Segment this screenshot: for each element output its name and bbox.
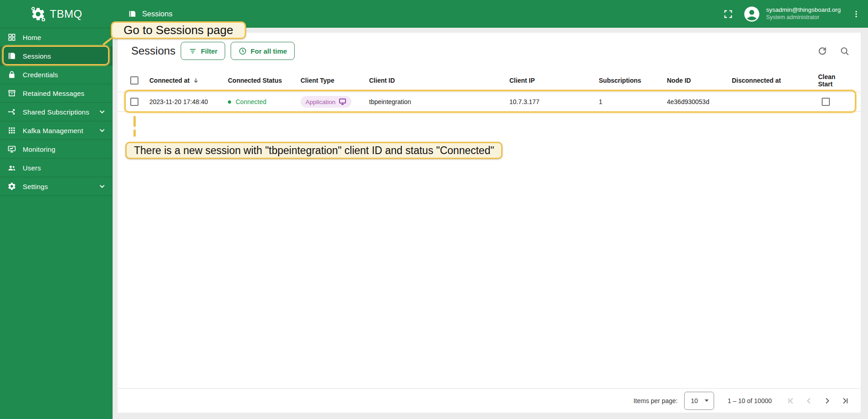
search-button[interactable] bbox=[839, 46, 850, 56]
clock-icon bbox=[238, 47, 247, 55]
next-page-button[interactable] bbox=[818, 392, 836, 410]
sidebar-item-settings[interactable]: Settings bbox=[0, 177, 113, 196]
cell-connected-at: 2023-11-20 17:48:40 bbox=[149, 98, 228, 105]
sidebar-item-retained-messages[interactable]: Retained Messages bbox=[0, 84, 113, 103]
sidebar-item-label: Users bbox=[23, 164, 41, 172]
page-range-label: 1 – 10 of 10000 bbox=[728, 397, 772, 404]
sidebar-nav: Home Sessions Credentials Retained Messa… bbox=[0, 28, 113, 196]
time-range-button-label: For all time bbox=[251, 47, 287, 55]
sidebar-item-sessions[interactable]: Sessions bbox=[0, 47, 113, 65]
first-page-button[interactable] bbox=[782, 392, 800, 410]
sort-desc-arrow-icon bbox=[192, 77, 199, 84]
last-page-button[interactable] bbox=[836, 392, 854, 410]
sidebar-item-label: Sessions bbox=[23, 52, 51, 60]
sidebar-item-monitoring[interactable]: Monitoring bbox=[0, 140, 113, 159]
app-window: TBMQ Home Sessions Credentials bbox=[0, 0, 868, 419]
clean-start-checkbox[interactable] bbox=[822, 98, 830, 106]
cell-connected-status: Connected bbox=[228, 98, 301, 105]
sidebar-item-label: Credentials bbox=[23, 71, 58, 79]
lock-icon bbox=[7, 70, 16, 79]
filter-icon bbox=[188, 47, 197, 55]
application-monitor-icon bbox=[339, 98, 346, 105]
fullscreen-button[interactable] bbox=[723, 9, 733, 19]
paginator: Items per page: 10 1 – 10 of 10000 bbox=[118, 388, 861, 413]
sidebar-item-label: Monitoring bbox=[23, 145, 55, 153]
sidebar-item-kafka-management[interactable]: Kafka Management bbox=[0, 121, 113, 140]
sessions-card: Sessions Filter For all time bbox=[118, 33, 861, 413]
refresh-button[interactable] bbox=[817, 46, 828, 56]
time-range-button[interactable]: For all time bbox=[231, 42, 295, 60]
column-header-client-ip[interactable]: Client IP bbox=[509, 77, 599, 84]
filter-button[interactable]: Filter bbox=[181, 42, 225, 60]
column-header-connected-at[interactable]: Connected at bbox=[149, 77, 228, 84]
chevron-down-icon bbox=[98, 126, 106, 135]
select-all-checkbox[interactable] bbox=[130, 76, 138, 85]
column-header-subscriptions[interactable]: Subscriptions bbox=[599, 77, 667, 84]
page-size-select[interactable]: 10 bbox=[684, 392, 714, 410]
app-name: TBMQ bbox=[50, 8, 82, 20]
more-menu-button[interactable] bbox=[852, 10, 861, 19]
cell-client-ip: 10.7.3.177 bbox=[509, 98, 599, 105]
app-logo[interactable]: TBMQ bbox=[0, 0, 113, 28]
cell-node-id: 4e36d930053d bbox=[667, 98, 732, 105]
column-header-connected-status[interactable]: Connected Status bbox=[228, 77, 301, 84]
retained-messages-icon bbox=[7, 89, 16, 98]
column-header-disconnected-at[interactable]: Disconnected at bbox=[732, 77, 818, 84]
chevron-down-icon bbox=[98, 108, 106, 116]
topbar: Sessions sysadmin@thingsboard.org System… bbox=[113, 0, 868, 28]
session-row[interactable]: 2023-11-20 17:48:40 Connected Applicatio… bbox=[118, 92, 861, 112]
sidebar-item-users[interactable]: Users bbox=[0, 159, 113, 177]
avatar bbox=[743, 5, 760, 23]
sidebar-item-label: Home bbox=[23, 34, 41, 41]
sidebar-item-home[interactable]: Home bbox=[0, 28, 113, 47]
sessions-toolbar: Sessions Filter For all time bbox=[118, 33, 861, 69]
sessions-book-icon bbox=[7, 51, 16, 60]
user-role: System administrator bbox=[766, 14, 841, 21]
cell-subscriptions: 1 bbox=[599, 98, 667, 105]
cell-clean-start bbox=[818, 98, 850, 106]
column-header-clean-start[interactable]: Clean Start bbox=[818, 73, 850, 88]
page-size-value: 10 bbox=[691, 397, 698, 404]
sidebar-item-credentials[interactable]: Credentials bbox=[0, 65, 113, 84]
topbar-title: Sessions bbox=[142, 10, 173, 18]
home-dashboard-icon bbox=[7, 33, 16, 42]
monitoring-icon bbox=[7, 145, 16, 154]
previous-page-button[interactable] bbox=[800, 392, 818, 410]
row-checkbox[interactable] bbox=[130, 98, 138, 106]
cell-client-type: Application bbox=[301, 96, 369, 108]
user-menu[interactable]: sysadmin@thingsboard.org System administ… bbox=[743, 5, 841, 23]
settings-gear-icon bbox=[7, 182, 16, 191]
caret-down-icon bbox=[704, 399, 709, 402]
client-type-chip: Application bbox=[301, 96, 351, 108]
sidebar-item-label: Shared Subscriptions bbox=[23, 108, 89, 116]
page-title: Sessions bbox=[131, 45, 175, 57]
sessions-book-icon bbox=[128, 10, 137, 18]
kafka-apps-icon bbox=[7, 126, 16, 135]
user-email: sysadmin@thingsboard.org bbox=[766, 6, 841, 14]
items-per-page-label: Items per page: bbox=[633, 397, 677, 404]
sidebar-item-shared-subscriptions[interactable]: Shared Subscriptions bbox=[0, 103, 113, 121]
column-header-client-type[interactable]: Client Type bbox=[301, 77, 369, 84]
cell-client-id: tbpeintegration bbox=[369, 98, 509, 105]
tbmq-gear-logo-icon bbox=[30, 6, 46, 22]
sidebar-item-label: Retained Messages bbox=[23, 90, 84, 97]
shared-subscriptions-icon bbox=[7, 107, 16, 116]
table-header-row: Connected at Connected Status Client Typ… bbox=[118, 69, 861, 92]
column-header-node-id[interactable]: Node ID bbox=[667, 77, 732, 84]
sidebar-item-label: Kafka Management bbox=[23, 127, 83, 135]
users-icon bbox=[7, 163, 16, 172]
sidebar-item-label: Settings bbox=[23, 183, 48, 190]
sidebar: TBMQ Home Sessions Credentials bbox=[0, 0, 113, 419]
column-header-client-id[interactable]: Client ID bbox=[369, 77, 509, 84]
chevron-down-icon bbox=[98, 182, 106, 190]
status-dot-icon bbox=[228, 100, 231, 104]
filter-button-label: Filter bbox=[201, 47, 217, 55]
